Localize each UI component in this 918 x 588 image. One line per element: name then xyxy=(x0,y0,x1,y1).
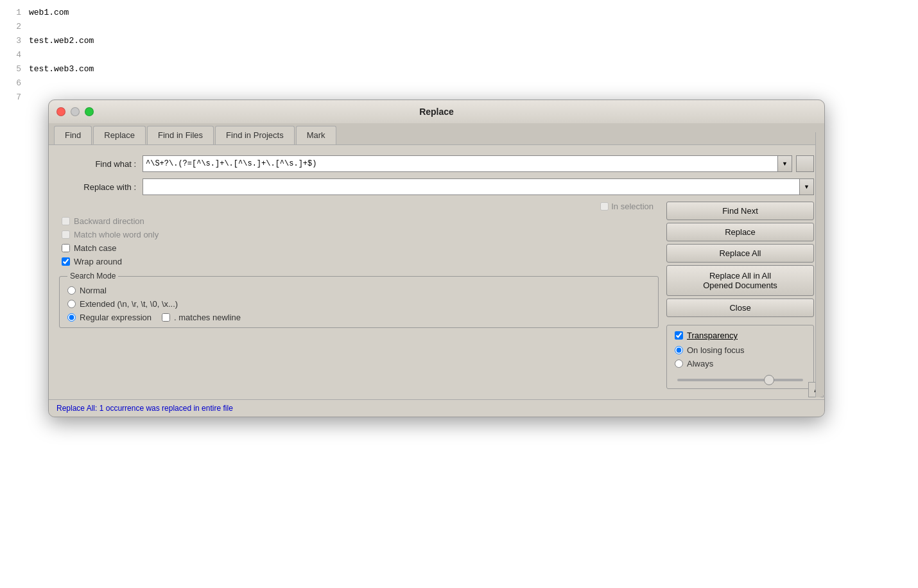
search-mode-fieldset: Search Mode Normal Extended (\n, \r, \t,… xyxy=(59,272,659,328)
replace-all-button[interactable]: Replace All xyxy=(666,244,814,263)
search-mode-legend: Search Mode xyxy=(67,272,118,281)
line-number-3: 3 xyxy=(0,36,29,46)
find-what-label: Find what : xyxy=(59,159,143,169)
wrap-around-label: Wrap around xyxy=(74,257,122,266)
transparency-box: Transparency On losing focus Always xyxy=(666,325,814,389)
transparency-always-radio[interactable] xyxy=(675,359,683,368)
line-number-5: 5 xyxy=(0,64,29,74)
tabs-bar: Find Replace Find in Files Find in Proje… xyxy=(49,123,824,145)
radio-normal-row: Normal xyxy=(67,286,650,295)
radio-extended[interactable] xyxy=(67,300,76,308)
editor-line-6: 6 xyxy=(0,76,94,90)
tab-find[interactable]: Find xyxy=(54,126,92,144)
transparency-slider-wrap xyxy=(675,374,806,383)
transparency-always-label: Always xyxy=(687,359,713,368)
line-text-5: test.web3.com xyxy=(29,64,94,74)
transparency-on-losing-focus-radio[interactable] xyxy=(675,346,683,354)
find-next-button[interactable]: Find Next xyxy=(666,202,814,220)
radio-extended-row: Extended (\n, \r, \t, \0, \x...) xyxy=(67,299,650,309)
backward-direction-row: Backward direction xyxy=(59,216,659,226)
replace-button[interactable]: Replace xyxy=(666,223,814,241)
right-column: Find Next Replace Replace All Replace Al… xyxy=(666,202,814,389)
line-text-1: web1.com xyxy=(29,8,69,17)
wrap-around-row: Wrap around xyxy=(59,257,659,266)
line-number-4: 4 xyxy=(0,50,29,60)
tab-find-in-files[interactable]: Find in Files xyxy=(147,126,214,144)
line-number-7: 7 xyxy=(0,92,29,102)
radio-normal-label: Normal xyxy=(80,286,107,295)
editor-line-2: 2 xyxy=(0,19,94,33)
close-button[interactable]: Close xyxy=(666,298,814,317)
radio-regex-label: Regular expression xyxy=(80,313,152,322)
replace-all-opened-button[interactable]: Replace All in All Opened Documents xyxy=(666,265,814,296)
match-case-row: Match case xyxy=(59,243,659,253)
match-whole-word-label: Match whole word only xyxy=(74,230,159,239)
tab-replace[interactable]: Replace xyxy=(93,126,146,144)
find-what-row: Find what : ▼ xyxy=(59,155,814,172)
status-bar: Replace All: 1 occurrence was replaced i… xyxy=(49,399,824,417)
in-selection-wrap: In selection xyxy=(600,202,654,211)
replace-with-dropdown[interactable]: ▼ xyxy=(800,178,814,195)
match-whole-word-row: Match whole word only xyxy=(59,230,659,239)
status-text: Replace All: 1 occurrence was replaced i… xyxy=(56,404,233,413)
main-area: In selection Backward direction Match wh… xyxy=(59,202,814,389)
replace-with-input-wrap: ▼ xyxy=(143,178,814,195)
left-column: In selection Backward direction Match wh… xyxy=(59,202,659,389)
in-selection-checkbox[interactable] xyxy=(600,202,609,211)
dialog-title: Replace xyxy=(419,107,454,117)
find-what-input-wrap: ▼ xyxy=(143,155,814,172)
replace-dialog: Replace Find Replace Find in Files Find … xyxy=(48,99,825,417)
match-whole-word-checkbox[interactable] xyxy=(62,230,70,239)
tab-mark[interactable]: Mark xyxy=(296,126,336,144)
radio-extended-label: Extended (\n, \r, \t, \0, \x...) xyxy=(80,299,178,309)
line-text-3: test.web2.com xyxy=(29,36,94,46)
radio-normal[interactable] xyxy=(67,286,76,295)
dot-matches-newline-label: . matches newline xyxy=(174,313,241,322)
editor-line-5: 5 test.web3.com xyxy=(0,62,94,76)
editor-line-3: 3 test.web2.com xyxy=(0,33,94,48)
dialog-body: Find what : ▼ Replace with : ▼ xyxy=(49,145,824,399)
dialog-title-bar: Replace xyxy=(49,100,824,123)
line-number-6: 6 xyxy=(0,78,29,88)
find-what-dropdown[interactable]: ▼ xyxy=(778,155,792,172)
editor-line-7: 7 xyxy=(0,90,94,104)
editor-lines: 1 web1.com 2 3 test.web2.com 4 5 test.we… xyxy=(0,0,94,109)
replace-with-input[interactable] xyxy=(143,178,800,195)
line-number-1: 1 xyxy=(0,8,29,17)
transparency-losing-focus-row: On losing focus xyxy=(675,345,806,355)
transparency-label: Transparency xyxy=(687,331,738,340)
in-selection-label: In selection xyxy=(611,202,654,211)
match-case-label: Match case xyxy=(74,243,116,253)
editor-line-4: 4 xyxy=(0,48,94,62)
replace-with-label: Replace with : xyxy=(59,182,143,192)
backward-direction-label: Backward direction xyxy=(74,216,144,226)
wrap-around-checkbox[interactable] xyxy=(62,257,70,266)
transparency-always-row: Always xyxy=(675,359,806,368)
backward-direction-checkbox[interactable] xyxy=(62,217,70,225)
radio-regex[interactable] xyxy=(67,313,76,322)
editor-line-1: 1 web1.com xyxy=(0,5,94,19)
radio-regex-row: Regular expression . matches newline xyxy=(67,313,650,322)
scroll-indicator xyxy=(815,132,824,397)
transparency-checkbox[interactable] xyxy=(675,331,683,340)
tab-find-in-projects[interactable]: Find in Projects xyxy=(215,126,295,144)
line-number-2: 2 xyxy=(0,22,29,31)
transparency-header: Transparency xyxy=(675,331,806,340)
transparency-slider[interactable] xyxy=(677,379,803,381)
match-case-checkbox[interactable] xyxy=(62,244,70,252)
dot-matches-newline-checkbox[interactable] xyxy=(162,313,170,322)
find-what-input[interactable] xyxy=(143,155,778,172)
find-what-extra-btn[interactable] xyxy=(796,155,814,172)
transparency-on-losing-focus-label: On losing focus xyxy=(687,345,745,355)
replace-with-row: Replace with : ▼ xyxy=(59,178,814,195)
